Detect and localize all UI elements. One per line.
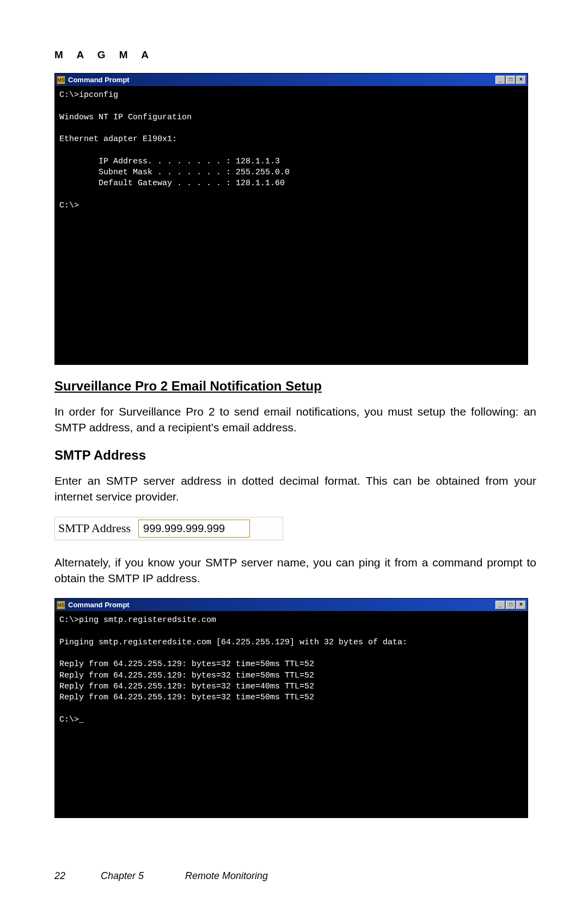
smtp-address-field: SMTP Address (54, 517, 283, 540)
terminal-output: C:\>ping smtp.registeredsite.com Pinging… (55, 612, 528, 818)
sub-heading-smtp: SMTP Address (54, 448, 536, 463)
command-prompt-window-ipconfig: MS Command Prompt _ □ × C:\>ipconfig Win… (54, 73, 528, 365)
window-title: Command Prompt (68, 76, 130, 84)
command-prompt-window-ping: MS Command Prompt _ □ × C:\>ping smtp.re… (54, 598, 528, 818)
window-buttons: _ □ × (495, 601, 526, 609)
terminal-output: C:\>ipconfig Windows NT IP Configuration… (55, 87, 528, 364)
chapter-label: Chapter 5 (101, 870, 182, 882)
smtp-input[interactable] (138, 520, 250, 538)
page-footer: 22 Chapter 5 Remote Monitoring (54, 870, 268, 882)
msdos-icon: MS (57, 601, 65, 609)
msdos-icon: MS (57, 76, 65, 84)
section-heading-email-setup: Surveillance Pro 2 Email Notification Se… (54, 379, 536, 394)
close-button[interactable]: × (516, 76, 526, 84)
brand-header: M A G M A (54, 49, 536, 61)
chapter-title: Remote Monitoring (185, 870, 268, 881)
titlebar-left: MS Command Prompt (57, 76, 130, 84)
minimize-button[interactable]: _ (495, 601, 505, 609)
minimize-button[interactable]: _ (495, 76, 505, 84)
window-buttons: _ □ × (495, 76, 526, 84)
close-button[interactable]: × (516, 601, 526, 609)
paragraph: Alternately, if you know your SMTP serve… (54, 554, 536, 587)
paragraph: Enter an SMTP server address in dotted d… (54, 473, 536, 505)
titlebar: MS Command Prompt _ □ × (55, 599, 528, 612)
paragraph: In order for Surveillance Pro 2 to send … (54, 404, 536, 436)
titlebar-left: MS Command Prompt (57, 601, 130, 609)
page-number: 22 (54, 870, 98, 882)
maximize-button[interactable]: □ (506, 76, 516, 84)
maximize-button[interactable]: □ (506, 601, 516, 609)
titlebar: MS Command Prompt _ □ × (55, 74, 528, 87)
window-title: Command Prompt (68, 601, 130, 609)
smtp-label: SMTP Address (58, 521, 131, 535)
